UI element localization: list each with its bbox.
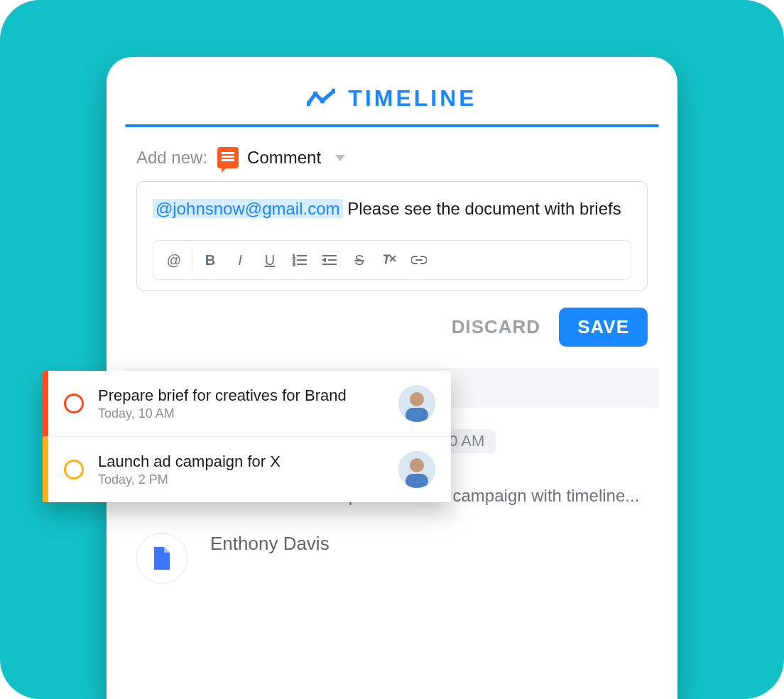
header: TIMELINE [107,57,677,124]
stage: TIMELINE Add new: Comment @johnsnow@gmai… [0,0,784,699]
comment-icon [217,147,239,168]
event-meta: Enthony Davis [210,533,648,555]
comment-input[interactable]: @johnsnow@gmail.com Please see the docum… [153,196,631,222]
avatar [398,385,435,422]
task-status-ring [64,394,84,413]
toolbar-divider [192,249,192,271]
link-tool[interactable] [404,240,434,280]
task-row[interactable]: Prepare brief for creatives for Brand To… [43,371,451,437]
svg-point-22 [410,392,424,406]
task-title: Launch ad campaign for X [98,453,384,471]
document-icon [136,533,187,584]
timeline-activity-icon [307,88,335,109]
avatar [398,451,435,488]
add-new-row: Add new: Comment [107,147,677,181]
comment-composer: @johnsnow@gmail.com Please see the docum… [136,181,648,291]
task-status-ring [64,460,84,479]
entry-type-selector[interactable]: Comment [217,147,345,168]
mention-chip[interactable]: @johnsnow@gmail.com [153,199,343,218]
svg-point-1 [313,91,318,96]
header-title: TIMELINE [348,85,477,112]
chevron-down-icon [335,155,345,161]
mention-tool[interactable]: @ [159,240,189,280]
task-main: Prepare brief for creatives for Brand To… [98,386,384,421]
discard-button[interactable]: DISCARD [452,316,540,338]
svg-rect-23 [405,408,428,422]
event-body: Enthony Davis [210,533,648,560]
bold-tool[interactable]: B [195,240,225,280]
svg-point-2 [320,98,325,103]
event-author: Enthony Davis [210,533,330,555]
task-title: Prepare brief for creatives for Brand [98,386,384,405]
clear-formatting-tool[interactable]: T [374,240,404,280]
underline-tool[interactable]: U [255,240,285,280]
task-time: Today, 2 PM [98,472,384,487]
italic-tool[interactable]: I [225,240,255,280]
svg-text:3: 3 [293,262,295,266]
tab-underline [125,124,659,127]
save-button[interactable]: SAVE [559,308,648,347]
strikethrough-tool[interactable]: S [344,240,374,280]
editor-toolbar: @ B I U 123 S T [153,240,631,280]
ordered-list-tool[interactable]: 123 [285,240,315,280]
task-row[interactable]: Launch ad campaign for X Today, 2 PM [43,437,451,502]
svg-rect-26 [405,474,428,488]
add-new-label: Add new: [136,148,207,168]
entry-type-label: Comment [247,148,321,168]
task-suggestion-list: Prepare brief for creatives for Brand To… [43,371,451,502]
outdent-tool[interactable] [315,240,344,280]
svg-text:T: T [383,254,391,266]
task-main: Launch ad campaign for X Today, 2 PM [98,453,384,487]
task-time: Today, 10 AM [98,406,384,421]
svg-point-25 [410,458,424,472]
comment-body-text: Please see the document with briefs [343,199,621,218]
timeline-event[interactable]: Enthony Davis [107,511,677,590]
composer-actions: DISCARD SAVE [107,291,677,368]
